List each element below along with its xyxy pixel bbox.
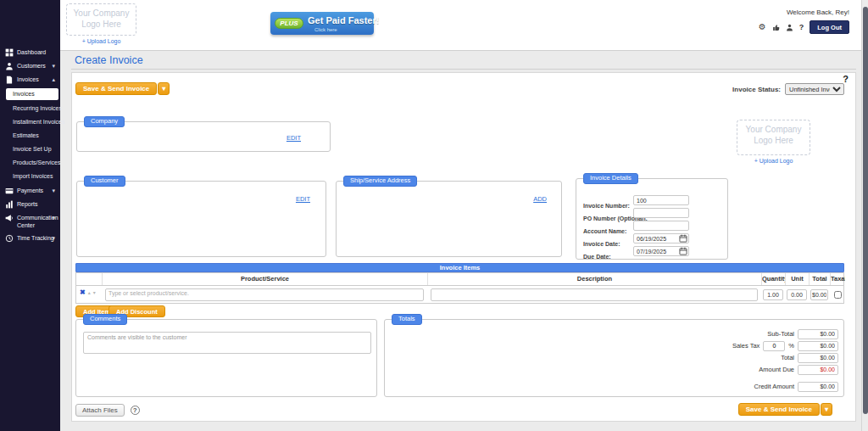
- sidebar-subitem-label: Installment Invoices: [13, 119, 64, 125]
- customer-edit-link[interactable]: EDIT: [296, 195, 310, 203]
- po-number-input[interactable]: [633, 208, 689, 218]
- save-send-invoice-button[interactable]: Save & Send Invoice: [75, 82, 157, 95]
- user-icon[interactable]: [786, 24, 793, 31]
- invoice-status-label: Invoice Status:: [732, 86, 781, 93]
- unit-price-column-header: Unit Price: [785, 273, 809, 285]
- save-send-split-button-top: Save & Send Invoice ▾: [75, 82, 170, 95]
- row-controls: ✖ ▴ ▾: [80, 289, 96, 296]
- company-legend: Company: [84, 116, 125, 127]
- account-name-label: Account Name:: [583, 228, 626, 234]
- sales-tax-value[interactable]: [798, 341, 838, 351]
- attach-help-icon[interactable]: ?: [131, 406, 140, 415]
- calendar-icon[interactable]: [679, 247, 687, 255]
- clock-icon: [5, 234, 14, 243]
- account-name-row: Account Name:: [583, 221, 722, 232]
- sidebar-subitem-products-services[interactable]: Products/Services: [0, 158, 60, 167]
- sidebar-subitem-import-invoices[interactable]: Import Invoices: [0, 171, 60, 181]
- sidebar-item-customers[interactable]: Customers ▾: [0, 62, 60, 70]
- comments-legend: Comments: [83, 314, 127, 325]
- product-service-input[interactable]: [105, 288, 424, 301]
- save-send-caret-button-bottom[interactable]: ▾: [821, 403, 832, 416]
- subtotal-label: Sub-Total: [767, 330, 794, 338]
- ship-address-add-link[interactable]: ADD: [533, 195, 547, 203]
- comments-box: Comments: [75, 319, 377, 397]
- calendar-icon[interactable]: [679, 234, 687, 243]
- sidebar-item-dashboard[interactable]: Dashboard: [0, 48, 60, 57]
- total-value[interactable]: [798, 353, 838, 363]
- save-send-invoice-button-bottom[interactable]: Save & Send Invoice: [738, 403, 820, 416]
- sidebar-item-label: Customers: [17, 62, 46, 70]
- po-number-row: PO Number (Optional):: [583, 209, 722, 220]
- dashboard-icon: [5, 48, 14, 57]
- company-edit-link[interactable]: EDIT: [287, 134, 301, 142]
- sidebar-item-invoices[interactable]: Invoices ▴: [0, 76, 60, 84]
- move-row-down-icon[interactable]: ▾: [93, 290, 96, 296]
- upload-logo-link[interactable]: + Upload Logo: [66, 38, 136, 44]
- sidebar-subitem-installment-invoices[interactable]: Installment Invoices: [0, 117, 60, 126]
- company-box: Company EDIT: [76, 121, 331, 152]
- percent-sign: %: [788, 342, 794, 350]
- banner-click-here[interactable]: Click here: [314, 27, 337, 32]
- sidebar-item-label: Reports: [17, 200, 38, 209]
- sidebar-subitem-invoices[interactable]: Invoices: [6, 88, 58, 100]
- sales-tax-rate-input[interactable]: [763, 341, 785, 351]
- upload-logo-link-panel[interactable]: + Upload Logo: [737, 158, 810, 164]
- title-divider: [71, 69, 856, 70]
- invoice-logo-placeholder[interactable]: Your Company Logo Here: [737, 120, 810, 155]
- reports-chart-icon: [5, 200, 14, 209]
- quantity-input[interactable]: [763, 289, 783, 300]
- taxable-column-header: Taxable: [830, 273, 845, 285]
- invoice-number-row: Invoice Number:: [583, 196, 722, 207]
- comments-textarea[interactable]: [83, 332, 371, 354]
- chevron-down-icon: ▾: [52, 63, 55, 70]
- sidebar-item-payments[interactable]: Payments ▾: [0, 187, 60, 195]
- sidebar-subitem-invoice-set-up[interactable]: Invoice Set Up: [0, 144, 60, 154]
- sidebar-item-time-tracking[interactable]: Time Tracking ▾: [0, 234, 60, 243]
- credit-amount-value[interactable]: [798, 382, 838, 392]
- unit-price-input[interactable]: [787, 289, 807, 300]
- invoice-items-header-bar: Invoice Items: [75, 263, 844, 272]
- delete-row-icon[interactable]: ✖: [80, 289, 86, 296]
- move-row-up-icon[interactable]: ▴: [88, 290, 91, 296]
- save-send-caret-button[interactable]: ▾: [158, 82, 170, 95]
- help-icon[interactable]: ?: [799, 23, 804, 31]
- attach-files-area: Attach Files ?: [75, 404, 140, 417]
- chevron-up-icon: ▴: [52, 76, 55, 83]
- chevron-down-icon: ▾: [52, 215, 55, 221]
- logo-placeholder-text: Logo Here: [67, 20, 136, 31]
- logo-placeholder-text: Your Company: [737, 125, 810, 136]
- sidebar-subitem-label: Products/Services: [13, 160, 60, 165]
- description-input[interactable]: [431, 288, 758, 301]
- line-total-input[interactable]: [810, 289, 828, 300]
- sidebar-item-reports[interactable]: Reports: [0, 200, 60, 209]
- invoice-number-input[interactable]: [633, 195, 689, 205]
- page-scrollbar[interactable]: [861, 0, 868, 431]
- create-invoice-panel: ? Save & Send Invoice ▾ Invoice Status: …: [71, 72, 856, 422]
- invoice-status: Invoice Status: Unfinished Invoices: [732, 83, 844, 95]
- megaphone-icon: [5, 214, 14, 222]
- attach-files-button[interactable]: Attach Files: [75, 404, 125, 417]
- subtotal-value[interactable]: [798, 329, 838, 339]
- logout-button[interactable]: Log Out: [810, 20, 849, 34]
- scrollbar-thumb[interactable]: [863, 7, 868, 414]
- thumbs-up-icon[interactable]: [772, 24, 780, 31]
- sidebar-subitem-recurring-invoices[interactable]: Recurring Invoices: [0, 104, 60, 113]
- sidebar-subitem-estimates[interactable]: Estimates: [0, 131, 60, 140]
- invoice-status-select[interactable]: Unfinished Invoices: [785, 83, 844, 95]
- get-paid-faster-banner[interactable]: PLUS Get Paid Faster! Click here: [270, 12, 374, 35]
- taxable-checkbox[interactable]: [834, 291, 842, 299]
- company-logo-placeholder[interactable]: Your Company Logo Here: [66, 3, 136, 36]
- items-table-header: Product/Service Description Quantity Uni…: [75, 272, 844, 286]
- sidebar-item-communication-center[interactable]: Communication Center ▾: [0, 214, 60, 229]
- invoice-details-legend: Invoice Details: [583, 173, 638, 184]
- sidebar-subitem-label: Estimates: [13, 132, 39, 138]
- totals-legend: Totals: [392, 314, 422, 325]
- sidebar: Dashboard Customers ▾ Invoices ▴ Invoice…: [0, 0, 60, 431]
- invoice-details-box: Invoice Details Invoice Number: PO Numbe…: [576, 178, 728, 260]
- total-column-header: Total: [809, 273, 830, 285]
- account-name-input[interactable]: [633, 221, 689, 231]
- total-label: Total: [781, 354, 794, 361]
- sidebar-subitem-label: Invoices: [13, 91, 35, 97]
- gear-icon[interactable]: ⚙: [759, 23, 766, 31]
- logo-placeholder-text: Logo Here: [737, 136, 810, 147]
